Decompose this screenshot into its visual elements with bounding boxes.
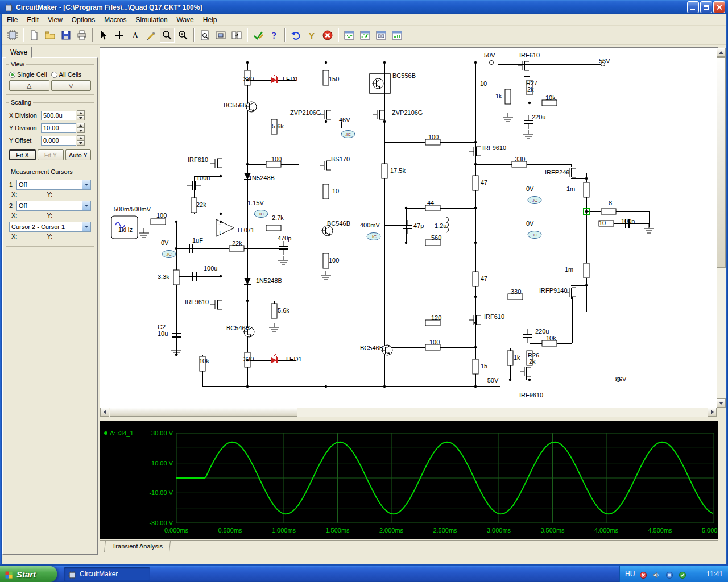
x-axis-tick-label: 3.000ms [487, 527, 511, 534]
toolbar: A?Y [2, 26, 726, 45]
device-window-button[interactable] [374, 28, 388, 43]
chevron-down-icon [85, 226, 88, 228]
horizontal-scroll-thumb[interactable] [110, 408, 297, 417]
library-button[interactable] [5, 28, 20, 43]
y-offset-input[interactable]: 0.000 [41, 136, 76, 146]
reset-button[interactable] [288, 28, 303, 43]
antivirus-icon[interactable] [678, 569, 687, 579]
close-button[interactable] [713, 1, 725, 13]
save-button[interactable] [59, 28, 73, 43]
scroll-up-button[interactable] [717, 48, 726, 57]
y-offset-spin-down[interactable] [77, 140, 85, 146]
zoom-select-tool[interactable] [176, 28, 191, 43]
analysis-window-button[interactable] [390, 28, 404, 43]
digital-window-button[interactable] [358, 28, 373, 43]
doc-icon [28, 30, 40, 41]
all-cells-radio[interactable] [51, 72, 57, 78]
chip-icon [7, 30, 18, 41]
fit-x-button[interactable]: Fit X [9, 149, 36, 160]
arrow-right-icon [711, 410, 714, 414]
clock[interactable]: 11:41 [706, 570, 723, 578]
cursor1-select[interactable]: Off [16, 180, 91, 190]
windows-logo-icon [5, 569, 14, 579]
menu-edit[interactable]: Edit [22, 15, 43, 25]
stop-button[interactable] [320, 28, 335, 43]
y-division-spin-down[interactable] [77, 128, 85, 133]
probe-icon: Y [306, 30, 317, 41]
window-title: CircuitMaker - [C:\Program Files\...\Qua… [16, 3, 687, 11]
tab-transient-analysis[interactable]: Transient Analysis [104, 541, 171, 552]
x-division-input[interactable]: 500.0u [41, 111, 76, 120]
waveform-plot[interactable]: 30.00 V10.00 V-10.00 V-30.00 V0.000ms0.5… [100, 421, 718, 539]
component-label: 150 [329, 76, 339, 82]
cursor-diff-select[interactable]: Cursor 2 - Cursor 1 [9, 222, 91, 232]
split-view-button[interactable] [229, 28, 244, 43]
previous-wave-button[interactable]: △ [9, 80, 49, 91]
fit-y-button[interactable]: Fit Y [38, 149, 63, 160]
toolbar-separator [338, 28, 339, 42]
view-group: View Single Cell All Cells △ ▽ [6, 61, 94, 95]
menu-view[interactable]: View [43, 15, 67, 25]
waveform-window-button[interactable] [342, 28, 357, 43]
component-label: IRF610 [519, 52, 540, 59]
menu-wave[interactable]: Wave [172, 15, 198, 25]
cursor1-dropdown-button[interactable] [82, 180, 90, 189]
horizontal-scrollbar[interactable] [100, 408, 717, 417]
explore-view-button[interactable] [197, 28, 212, 43]
delete-tool[interactable] [144, 28, 159, 43]
circuitmaker-task-icon [68, 569, 77, 579]
scroll-down-button[interactable] [717, 398, 726, 408]
component-label: 100 [329, 257, 339, 264]
tab-wave[interactable]: Wave [6, 47, 32, 58]
next-wave-button[interactable]: ▽ [51, 80, 92, 91]
scope1-icon [344, 30, 355, 41]
select-tool[interactable] [96, 28, 111, 43]
x-division-spin-up[interactable] [77, 110, 85, 115]
taskbar-item-circuitmaker[interactable]: CircuitMaker [64, 567, 150, 581]
menu-simulation[interactable]: Simulation [131, 15, 172, 25]
help-button[interactable]: ? [267, 28, 282, 43]
cursor2-select[interactable]: Off [16, 201, 91, 211]
menu-macros[interactable]: Macros [100, 15, 131, 25]
volume-icon[interactable] [652, 569, 661, 579]
y-division-spin-up[interactable] [77, 123, 85, 128]
place-part-tool[interactable] [112, 28, 127, 43]
open-button[interactable] [43, 28, 57, 43]
schematic-canvas[interactable]: −+.IC.IC.IC.IC.IC.IC330LED1150BC556B50VI… [100, 48, 718, 408]
pen-icon [146, 30, 157, 41]
scroll-left-button[interactable] [100, 408, 109, 417]
component-label: 10 [332, 188, 339, 194]
vertical-scroll-thumb[interactable] [717, 57, 726, 268]
print-button[interactable] [75, 28, 89, 43]
restore-button[interactable] [700, 1, 712, 13]
menu-file[interactable]: File [2, 15, 22, 25]
probe-button[interactable]: Y [304, 28, 319, 43]
shield-icon[interactable] [639, 569, 648, 579]
single-cell-radio[interactable] [9, 72, 15, 78]
scroll-right-button[interactable] [708, 408, 717, 417]
minimize-button[interactable] [687, 1, 699, 13]
network-icon[interactable] [665, 569, 674, 579]
new-button[interactable] [27, 28, 42, 43]
component-label: 100u [204, 265, 217, 272]
shield-icon [639, 569, 648, 581]
fit-window-button[interactable] [213, 28, 228, 43]
arrow-left-icon [104, 410, 106, 414]
start-button[interactable]: Start [0, 566, 57, 582]
auto-y-button[interactable]: Auto Y [65, 149, 91, 160]
language-indicator[interactable]: HU [625, 570, 635, 578]
zoom-tool[interactable] [160, 28, 175, 43]
x-division-spin-down[interactable] [77, 115, 85, 120]
vertical-scrollbar[interactable] [717, 48, 726, 408]
menu-options[interactable]: Options [67, 15, 100, 25]
component-label: 1k [514, 354, 520, 361]
text-tool[interactable]: A [128, 28, 143, 43]
toolbar-separator [92, 28, 93, 42]
y-offset-spin-up[interactable] [77, 135, 85, 140]
zoomplus-icon [177, 30, 189, 41]
run-simulation-button[interactable] [251, 28, 266, 43]
y-division-input[interactable]: 10.00 [41, 123, 76, 133]
cursor-diff-dropdown-button[interactable] [82, 222, 90, 231]
menu-help[interactable]: Help [198, 15, 222, 25]
cursor2-dropdown-button[interactable] [82, 201, 90, 210]
